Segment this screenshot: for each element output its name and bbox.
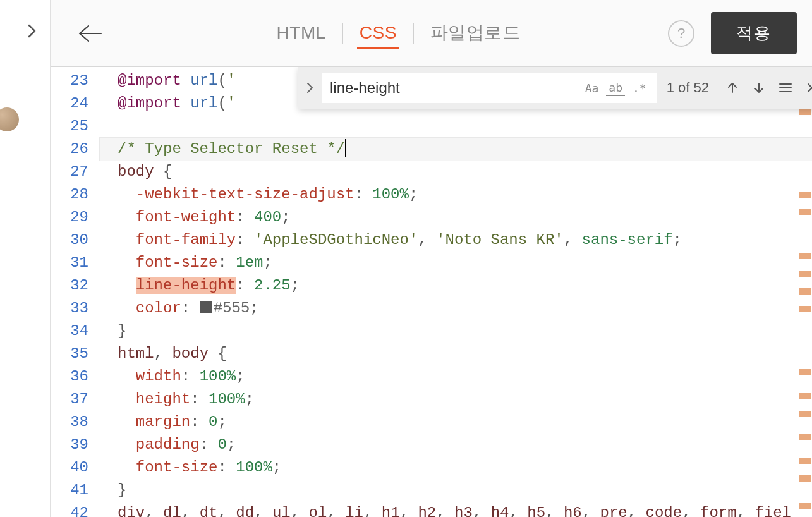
tab-file-upload[interactable]: 파일업로드 bbox=[414, 15, 537, 52]
toolbar: HTML CSS 파일업로드 ? 적용 bbox=[51, 0, 812, 67]
code-line[interactable]: height: 100%; bbox=[118, 388, 812, 411]
tab-html[interactable]: HTML bbox=[260, 16, 342, 51]
find-result-count: 1 of 52 bbox=[657, 80, 719, 96]
minimap-match-marker[interactable] bbox=[799, 288, 811, 295]
chevron-right-icon bbox=[28, 24, 37, 38]
arrow-up-icon bbox=[726, 82, 739, 94]
minimap-match-marker[interactable] bbox=[799, 458, 811, 464]
code-line[interactable]: body { bbox=[118, 161, 812, 183]
editor[interactable]: )&sub Aa ab .* 1 of 52 bbox=[51, 67, 812, 517]
find-input[interactable] bbox=[330, 79, 578, 97]
arrow-down-icon bbox=[753, 82, 765, 94]
code-line[interactable]: padding: 0; bbox=[118, 434, 812, 456]
minimap-match-marker[interactable] bbox=[799, 192, 811, 198]
line-number: 38 bbox=[51, 411, 88, 434]
avatar[interactable] bbox=[0, 107, 19, 131]
code-area[interactable]: @import url('@import url('/* Type Select… bbox=[100, 67, 812, 517]
minimap-match-marker[interactable] bbox=[799, 109, 811, 115]
color-swatch[interactable] bbox=[200, 301, 212, 313]
minimap-match-marker[interactable] bbox=[799, 271, 811, 277]
code-line[interactable]: font-weight: 400; bbox=[118, 206, 812, 229]
line-number: 24 bbox=[51, 92, 88, 115]
tab-css[interactable]: CSS bbox=[343, 16, 413, 51]
line-number: 27 bbox=[51, 161, 88, 183]
minimap-match-marker[interactable] bbox=[799, 503, 811, 509]
minimap-match-marker[interactable] bbox=[799, 209, 811, 215]
find-next-button[interactable] bbox=[746, 75, 772, 101]
code-line[interactable]: margin: 0; bbox=[118, 411, 812, 434]
code-line[interactable]: color: #555; bbox=[118, 297, 812, 320]
help-button[interactable]: ? bbox=[668, 20, 694, 47]
code-line[interactable]: div, dl, dt, dd, ul, ol, li, h1, h2, h3,… bbox=[118, 502, 812, 517]
minimap-match-marker[interactable] bbox=[799, 475, 811, 482]
back-button[interactable] bbox=[76, 20, 104, 47]
line-number: 37 bbox=[51, 388, 88, 411]
line-number: 28 bbox=[51, 183, 88, 206]
line-number: 39 bbox=[51, 434, 88, 456]
minimap-match-marker[interactable] bbox=[799, 393, 811, 399]
line-number: 26 bbox=[51, 138, 88, 161]
minimap-match-marker[interactable] bbox=[799, 253, 811, 259]
apply-button[interactable]: 적용 bbox=[711, 12, 797, 54]
close-icon bbox=[806, 82, 812, 94]
line-number: 23 bbox=[51, 70, 88, 92]
chevron-right-icon bbox=[306, 82, 314, 94]
code-line[interactable]: -webkit-text-size-adjust: 100%; bbox=[118, 183, 812, 206]
regex-toggle[interactable]: .* bbox=[630, 80, 649, 96]
code-line[interactable]: } bbox=[118, 479, 812, 502]
line-number: 31 bbox=[51, 252, 88, 274]
minimap-match-marker[interactable] bbox=[799, 369, 811, 375]
find-replace-toggle[interactable] bbox=[298, 67, 322, 109]
tabs: HTML CSS 파일업로드 bbox=[136, 15, 660, 52]
minimap-match-marker[interactable] bbox=[799, 434, 811, 440]
code-line[interactable]: width: 100%; bbox=[118, 365, 812, 388]
expand-sidebar-button[interactable] bbox=[23, 22, 41, 40]
line-number: 29 bbox=[51, 206, 88, 229]
code-line[interactable] bbox=[118, 115, 812, 138]
whole-word-toggle[interactable]: ab bbox=[606, 80, 625, 96]
minimap[interactable] bbox=[794, 67, 812, 517]
line-number: 42 bbox=[51, 502, 88, 517]
line-number: 41 bbox=[51, 479, 88, 502]
code-line[interactable]: font-family: 'AppleSDGothicNeo', 'Noto S… bbox=[118, 229, 812, 252]
code-line[interactable]: font-size: 1em; bbox=[118, 252, 812, 274]
find-in-selection-button[interactable] bbox=[772, 75, 799, 101]
match-case-toggle[interactable]: Aa bbox=[583, 80, 602, 96]
find-prev-button[interactable] bbox=[719, 75, 746, 101]
find-input-wrap: Aa ab .* bbox=[322, 73, 657, 103]
line-number: 30 bbox=[51, 229, 88, 252]
code-line[interactable]: /* Type Selector Reset */ bbox=[100, 138, 812, 161]
selection-icon bbox=[779, 82, 792, 94]
find-close-button[interactable] bbox=[799, 75, 812, 101]
minimap-match-marker[interactable] bbox=[799, 411, 811, 417]
line-number: 34 bbox=[51, 320, 88, 343]
line-number: 40 bbox=[51, 456, 88, 479]
code-line[interactable]: } bbox=[118, 320, 812, 343]
minimap-match-marker[interactable] bbox=[799, 306, 811, 312]
text-cursor bbox=[345, 139, 346, 157]
side-panel bbox=[0, 0, 51, 517]
line-number: 32 bbox=[51, 274, 88, 297]
code-line[interactable]: line-height: 2.25; bbox=[118, 274, 812, 297]
code-line[interactable]: html, body { bbox=[118, 343, 812, 365]
find-widget: Aa ab .* 1 of 52 bbox=[298, 67, 812, 109]
code-line[interactable]: font-size: 100%; bbox=[118, 456, 812, 479]
line-number: 36 bbox=[51, 365, 88, 388]
arrow-left-icon bbox=[77, 23, 102, 44]
line-number: 35 bbox=[51, 343, 88, 365]
line-number: 33 bbox=[51, 297, 88, 320]
line-number: 25 bbox=[51, 115, 88, 138]
line-number-gutter: 2324252627282930313233343536373839404142 bbox=[51, 67, 100, 517]
